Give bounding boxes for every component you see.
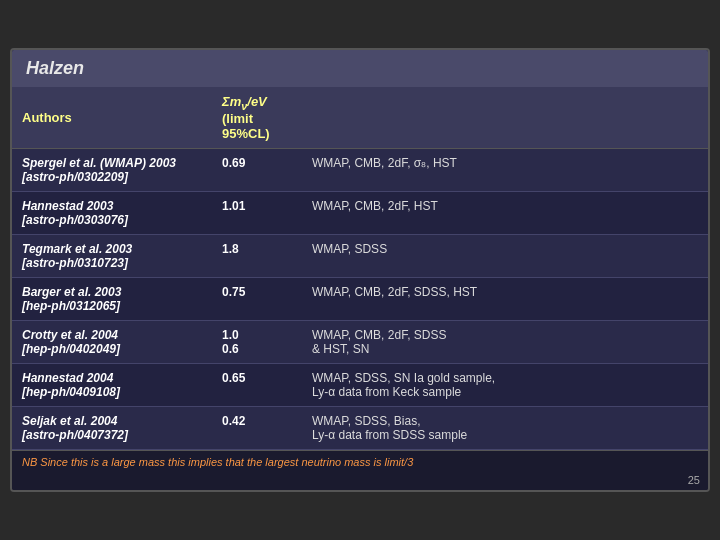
data-cell: WMAP, CMB, 2dF, σ₈, HST [302, 149, 708, 192]
col-header-sum: Σmν/eV (limit 95%CL) [212, 87, 302, 149]
value-cell: 1.00.6 [212, 321, 302, 364]
author-cell: Spergel et al. (WMAP) 2003[astro-ph/0302… [12, 149, 212, 192]
value-cell: 0.42 [212, 407, 302, 450]
author-cell: Barger et al. 2003[hep-ph/0312065] [12, 278, 212, 321]
table-row: Hannestad 2004[hep-ph/0409108]0.65WMAP, … [12, 364, 708, 407]
data-cell: WMAP, CMB, 2dF, SDSS& HST, SN [302, 321, 708, 364]
data-table: Authors Σmν/eV (limit 95%CL) Spergel et … [12, 87, 708, 451]
author-cell: Tegmark et al. 2003[astro-ph/0310723] [12, 235, 212, 278]
table-row: Hannestad 2003[astro-ph/0303076]1.01WMAP… [12, 192, 708, 235]
slide-title: Halzen [12, 50, 708, 87]
table-row: Barger et al. 2003[hep-ph/0312065]0.75WM… [12, 278, 708, 321]
data-cell: WMAP, CMB, 2dF, SDSS, HST [302, 278, 708, 321]
table-row: Spergel et al. (WMAP) 2003[astro-ph/0302… [12, 149, 708, 192]
col-header-authors: Authors [12, 87, 212, 149]
data-cell: WMAP, SDSS, SN Ia gold sample,Ly-α data … [302, 364, 708, 407]
data-cell: WMAP, SDSS, Bias,Ly-α data from SDSS sam… [302, 407, 708, 450]
col-header-data [302, 87, 708, 149]
author-cell: Crotty et al. 2004[hep-ph/0402049] [12, 321, 212, 364]
table-header-row: Authors Σmν/eV (limit 95%CL) [12, 87, 708, 149]
table-row: Crotty et al. 2004[hep-ph/0402049]1.00.6… [12, 321, 708, 364]
table-row: Tegmark et al. 2003[astro-ph/0310723]1.8… [12, 235, 708, 278]
data-cell: WMAP, CMB, 2dF, HST [302, 192, 708, 235]
author-cell: Hannestad 2004[hep-ph/0409108] [12, 364, 212, 407]
slide-number: 25 [12, 472, 708, 490]
value-cell: 1.8 [212, 235, 302, 278]
value-cell: 1.01 [212, 192, 302, 235]
author-cell: Seljak et al. 2004[astro-ph/0407372] [12, 407, 212, 450]
data-cell: WMAP, SDSS [302, 235, 708, 278]
value-cell: 0.69 [212, 149, 302, 192]
slide: Halzen Authors Σmν/eV (limit 95%CL) [10, 48, 710, 493]
footer-note: NB Since this is a large mass this impli… [12, 450, 708, 472]
table-row: Seljak et al. 2004[astro-ph/0407372]0.42… [12, 407, 708, 450]
value-cell: 0.75 [212, 278, 302, 321]
author-cell: Hannestad 2003[astro-ph/0303076] [12, 192, 212, 235]
value-cell: 0.65 [212, 364, 302, 407]
table-wrapper: Authors Σmν/eV (limit 95%CL) Spergel et … [12, 87, 708, 451]
